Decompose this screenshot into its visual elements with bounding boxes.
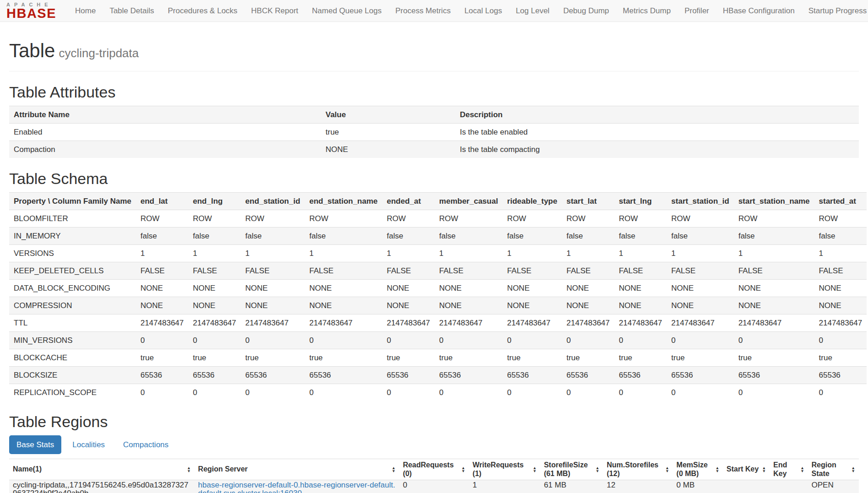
nav-item-log-level[interactable]: Log Level	[509, 0, 556, 22]
schema-property-value: 2147483647	[136, 314, 189, 332]
schema-property-value: NONE	[814, 297, 867, 314]
schema-property-value: 65536	[562, 367, 615, 384]
sort-icon[interactable]: ▲▼	[762, 466, 766, 472]
mem-size-cell: 0 MB	[673, 480, 723, 493]
schema-property-value: true	[305, 349, 382, 367]
region-col-end-key[interactable]: End Key▲▼	[770, 459, 808, 480]
region-col-region-server[interactable]: Region Server▲▼	[194, 459, 399, 480]
attr-col-attribute-name: Attribute Name	[9, 106, 321, 124]
schema-property-value: NONE	[502, 297, 562, 314]
column-label: End Key	[773, 461, 798, 478]
nav-item-home[interactable]: Home	[68, 0, 102, 22]
title-divider	[9, 71, 859, 71]
column-label: WriteRequests (1)	[473, 461, 531, 478]
tab-base-stats[interactable]: Base Stats	[9, 435, 61, 454]
schema-property-value: false	[435, 228, 503, 245]
schema-col-start-lng: start_lng	[615, 193, 667, 210]
sort-icon[interactable]: ▲▼	[533, 466, 536, 472]
region-server-link[interactable]: hbase-regionserver-default-0.hbase-regio…	[198, 481, 395, 493]
nav-item-metrics-dump[interactable]: Metrics Dump	[616, 0, 678, 22]
schema-property-value: NONE	[502, 280, 562, 297]
nav-item-table-details[interactable]: Table Details	[102, 0, 161, 22]
schema-property-value: 65536	[136, 367, 189, 384]
table-row: BLOCKCACHEtruetruetruetruetruetruetruetr…	[9, 349, 867, 367]
nav-item-process-metrics[interactable]: Process Metrics	[388, 0, 458, 22]
schema-property-value: true	[136, 349, 189, 367]
schema-property-value: false	[189, 228, 241, 245]
schema-property-value: 0	[502, 384, 562, 401]
region-server-cell: hbase-regionserver-default-0.hbase-regio…	[194, 480, 399, 493]
sort-icon[interactable]: ▲▼	[392, 466, 395, 472]
top-navbar: APACHE HBASE HomeTable DetailsProcedures…	[0, 0, 868, 22]
schema-property-value: 0	[189, 384, 241, 401]
nav-item-hbck-report[interactable]: HBCK Report	[244, 0, 305, 22]
schema-property-value: 2147483647	[734, 314, 814, 332]
nav-item-hbase-configuration[interactable]: HBase Configuration	[716, 0, 802, 22]
sort-desc-arrow: ▼	[800, 470, 804, 473]
schema-property-value: false	[241, 228, 305, 245]
region-col-storefilesize-61-mb[interactable]: StorefileSize (61 MB)▲▼	[540, 459, 603, 480]
sort-icon[interactable]: ▲▼	[187, 466, 190, 472]
sort-desc-arrow: ▼	[533, 470, 536, 473]
tab-localities[interactable]: Localities	[65, 435, 112, 454]
schema-property-value: 0	[667, 332, 734, 349]
region-col-memsize-0-mb[interactable]: MemSize (0 MB)▲▼	[673, 459, 723, 480]
region-col-region-state[interactable]: Region State▲▼	[808, 459, 859, 480]
region-col-start-key[interactable]: Start Key▲▼	[723, 459, 770, 480]
schema-property-value: NONE	[305, 297, 382, 314]
region-col-readrequests-0[interactable]: ReadRequests (0)▲▼	[399, 459, 469, 480]
schema-property-value: 2147483647	[189, 314, 241, 332]
region-col-writerequests-1[interactable]: WriteRequests (1)▲▼	[469, 459, 540, 480]
column-label: Name(1)	[13, 465, 42, 474]
schema-property-value: FALSE	[305, 262, 382, 280]
attribute-description: Is the table compacting	[455, 141, 859, 158]
sort-icon[interactable]: ▲▼	[852, 466, 855, 472]
table-regions: Name(1)▲▼Region Server▲▼ReadRequests (0)…	[9, 459, 859, 493]
nav-item-local-logs[interactable]: Local Logs	[458, 0, 509, 22]
schema-property-value: 1	[189, 245, 241, 262]
schema-property-value: 2147483647	[615, 314, 667, 332]
sort-desc-arrow: ▼	[665, 470, 669, 473]
schema-property-value: 0	[136, 332, 189, 349]
hbase-logo[interactable]: APACHE HBASE	[6, 2, 56, 20]
schema-property-value: ROW	[562, 210, 615, 228]
schema-property-name: BLOCKCACHE	[9, 349, 136, 367]
tab-compactions[interactable]: Compactions	[116, 435, 176, 454]
table-attributes: Attribute NameValueDescription Enabledtr…	[9, 106, 859, 158]
schema-property-value: FALSE	[615, 262, 667, 280]
sort-icon[interactable]: ▲▼	[461, 466, 465, 472]
regions-heading: Table Regions	[9, 413, 859, 431]
nav-item-startup-progress[interactable]: Startup Progress	[802, 0, 868, 22]
schema-col-started-at: started_at	[814, 193, 867, 210]
schema-property-value: 0	[814, 332, 867, 349]
schema-property-name: IN_MEMORY	[9, 228, 136, 245]
page-content: Tablecycling-tripdata Table Attributes A…	[0, 40, 868, 493]
nav-item-named-queue-logs[interactable]: Named Queue Logs	[305, 0, 388, 22]
nav-item-procedures-locks[interactable]: Procedures & Locks	[161, 0, 244, 22]
schema-property-value: ROW	[734, 210, 814, 228]
nav-item-debug-dump[interactable]: Debug Dump	[556, 0, 616, 22]
sort-desc-arrow: ▼	[596, 470, 599, 473]
schema-property-value: true	[814, 349, 867, 367]
sort-icon[interactable]: ▲▼	[665, 466, 669, 472]
table-row: EnabledtrueIs the table enabled	[9, 124, 859, 141]
sort-icon[interactable]: ▲▼	[596, 466, 599, 472]
schema-property-value: ROW	[136, 210, 189, 228]
schema-property-name: VERSIONS	[9, 245, 136, 262]
nav-item-profiler[interactable]: Profiler	[678, 0, 716, 22]
table-schema: Property \ Column Family Nameend_latend_…	[9, 192, 867, 401]
schema-property-value: ROW	[435, 210, 503, 228]
schema-property-value: FALSE	[814, 262, 867, 280]
region-col-name-1[interactable]: Name(1)▲▼	[9, 459, 194, 480]
schema-property-value: 65536	[189, 367, 241, 384]
nav-menu: HomeTable DetailsProcedures & LocksHBCK …	[68, 0, 868, 22]
sort-icon[interactable]: ▲▼	[715, 466, 719, 472]
sort-icon[interactable]: ▲▼	[800, 466, 804, 472]
schema-property-value: false	[667, 228, 734, 245]
schema-property-value: NONE	[136, 280, 189, 297]
schema-property-value: 2147483647	[382, 314, 435, 332]
schema-property-value: NONE	[435, 280, 503, 297]
schema-col-end-station-id: end_station_id	[241, 193, 305, 210]
region-col-num-storefiles-12[interactable]: Num.Storefiles (12)▲▼	[603, 459, 673, 480]
schema-property-value: 0	[615, 384, 667, 401]
